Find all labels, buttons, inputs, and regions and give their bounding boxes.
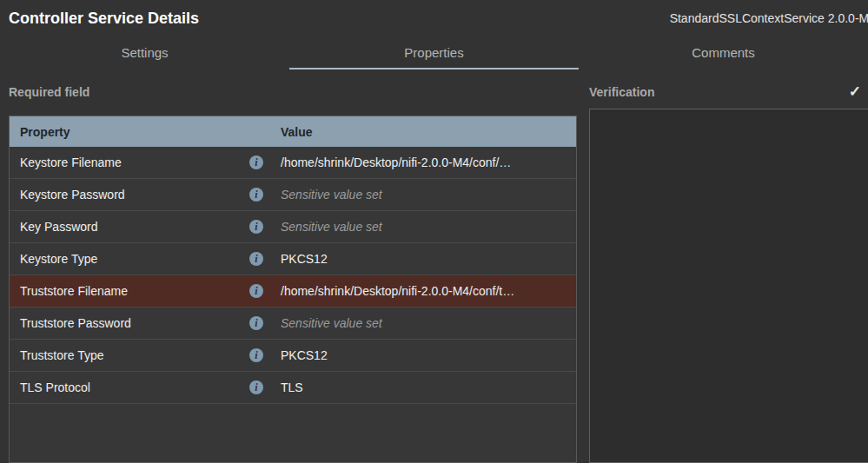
- tab-properties[interactable]: Properties: [289, 36, 579, 69]
- verification-label: Verification: [589, 85, 654, 99]
- property-cell: Keystore Passwordi: [10, 188, 272, 202]
- property-name: Truststore Password: [20, 316, 131, 330]
- table-row[interactable]: Key PasswordiSensitive value set: [10, 211, 576, 243]
- property-name: Keystore Filename: [20, 155, 122, 169]
- property-value[interactable]: Sensitive value set: [272, 316, 576, 330]
- info-icon[interactable]: i: [249, 284, 263, 298]
- info-icon[interactable]: i: [249, 316, 263, 330]
- properties-table-body: Keystore Filenamei/home/shrink/Desktop/n…: [10, 147, 576, 404]
- tab-settings[interactable]: Settings: [0, 36, 289, 69]
- verification-section: Verification ✓: [589, 69, 868, 463]
- property-cell: Key Passwordi: [10, 220, 272, 234]
- verification-header: Verification ✓: [589, 85, 868, 99]
- property-value[interactable]: /home/shrink/Desktop/nifi-2.0.0-M4/conf/…: [272, 284, 576, 298]
- value-column-header: Value: [272, 125, 576, 139]
- properties-section: Required field Property Value Keystore F…: [9, 69, 577, 463]
- verify-properties-check-icon[interactable]: ✓: [849, 85, 861, 99]
- info-icon[interactable]: i: [249, 252, 263, 266]
- table-row[interactable]: TLS ProtocoliTLS: [10, 372, 576, 404]
- property-name: Keystore Password: [20, 188, 125, 202]
- property-name: Keystore Type: [20, 252, 97, 266]
- required-field-label: Required field: [9, 85, 577, 99]
- info-icon[interactable]: i: [249, 155, 263, 169]
- property-cell: Truststore Typei: [10, 348, 272, 362]
- dialog-content: Required field Property Value Keystore F…: [0, 69, 868, 463]
- property-column-header: Property: [10, 125, 272, 139]
- property-value[interactable]: Sensitive value set: [272, 220, 576, 234]
- property-value[interactable]: PKCS12: [272, 348, 576, 362]
- verification-results-panel: [589, 109, 868, 463]
- info-icon[interactable]: i: [249, 188, 263, 202]
- page-title: Controller Service Details: [9, 10, 199, 28]
- property-cell: Truststore Filenamei: [10, 284, 272, 298]
- property-name: Truststore Type: [20, 348, 103, 362]
- properties-table: Property Value Keystore Filenamei/home/s…: [9, 116, 577, 463]
- table-row[interactable]: Truststore PasswordiSensitive value set: [10, 308, 576, 340]
- property-name: Truststore Filename: [20, 284, 128, 298]
- property-value[interactable]: /home/shrink/Desktop/nifi-2.0.0-M4/conf/…: [272, 155, 576, 169]
- dialog-header: Controller Service Details StandardSSLCo…: [0, 0, 868, 36]
- tab-comments[interactable]: Comments: [579, 36, 868, 69]
- property-value[interactable]: Sensitive value set: [272, 188, 576, 202]
- table-row[interactable]: Keystore Filenamei/home/shrink/Desktop/n…: [10, 147, 576, 179]
- table-row[interactable]: Keystore TypeiPKCS12: [10, 243, 576, 275]
- property-cell: Keystore Typei: [10, 252, 272, 266]
- service-name: StandardSSLContextService 2.0.0-M4: [670, 11, 868, 25]
- property-value[interactable]: TLS: [272, 380, 576, 394]
- property-name: Key Password: [20, 220, 97, 234]
- table-row[interactable]: Keystore PasswordiSensitive value set: [10, 179, 576, 211]
- controller-service-details-dialog: Controller Service Details StandardSSLCo…: [0, 0, 868, 463]
- table-row[interactable]: Truststore TypeiPKCS12: [10, 340, 576, 372]
- properties-table-header: Property Value: [10, 116, 576, 147]
- table-row[interactable]: Truststore Filenamei/home/shrink/Desktop…: [10, 275, 576, 308]
- tab-bar: SettingsPropertiesComments: [0, 36, 868, 69]
- info-icon[interactable]: i: [249, 380, 263, 394]
- info-icon[interactable]: i: [249, 348, 263, 362]
- property-value[interactable]: PKCS12: [272, 252, 576, 266]
- property-cell: Keystore Filenamei: [10, 155, 272, 169]
- property-cell: TLS Protocoli: [10, 380, 272, 394]
- property-name: TLS Protocol: [20, 380, 90, 394]
- info-icon[interactable]: i: [249, 220, 263, 234]
- property-cell: Truststore Passwordi: [10, 316, 272, 330]
